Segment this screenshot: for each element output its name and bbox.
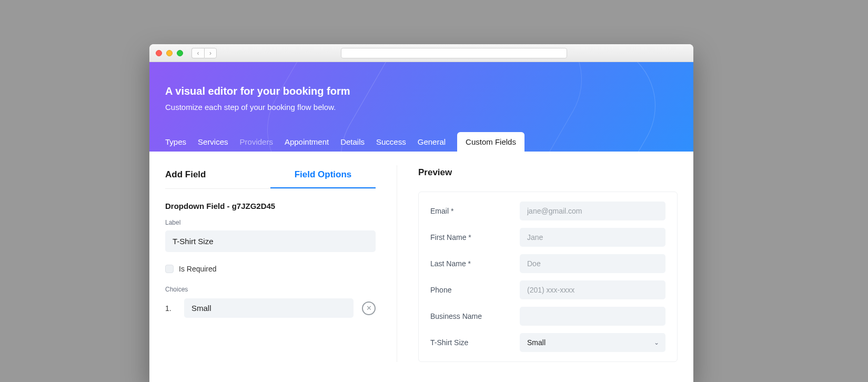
zoom-window-button[interactable]: [177, 50, 183, 56]
nav-buttons: ‹ ›: [191, 48, 217, 58]
preview-label: T-Shirt Size: [430, 338, 509, 347]
preview-label: Business Name: [430, 312, 509, 320]
tab-appointment[interactable]: Appointment: [285, 132, 329, 152]
forward-button[interactable]: ›: [204, 48, 217, 58]
preview-label: Email *: [430, 207, 509, 215]
preview-row-email: Email *: [430, 202, 665, 220]
first-name-input[interactable]: [520, 228, 665, 247]
close-window-button[interactable]: [156, 50, 162, 56]
choice-row: 1. ✕: [165, 298, 376, 318]
hero-title: A visual editor for your booking form: [165, 85, 678, 97]
step-tabs: Types Services Providers Appointment Det…: [165, 132, 524, 152]
label-label: Label: [165, 219, 376, 226]
preview-row-last-name: Last Name *: [430, 254, 665, 273]
url-bar[interactable]: [341, 48, 567, 58]
choices-list: 1. ✕: [165, 298, 376, 318]
required-label: Is Required: [179, 265, 217, 273]
preview-row-first-name: First Name *: [430, 228, 665, 247]
tab-success[interactable]: Success: [376, 132, 406, 152]
preview-panel: Email * First Name * Last Name * Phone B…: [418, 192, 678, 362]
choice-input[interactable]: [184, 298, 354, 318]
phone-input[interactable]: [520, 280, 665, 299]
tab-services[interactable]: Services: [198, 132, 228, 152]
preview-title: Preview: [418, 167, 678, 178]
preview-row-phone: Phone: [430, 280, 665, 299]
vertical-divider: [397, 165, 397, 362]
business-name-input[interactable]: [520, 307, 665, 326]
back-button[interactable]: ‹: [191, 48, 204, 58]
required-row: Is Required: [165, 265, 376, 273]
preview-row-business-name: Business Name: [430, 307, 665, 326]
hero-subtitle: Customize each step of your booking flow…: [165, 103, 678, 112]
window-controls: [156, 50, 183, 56]
tab-general[interactable]: General: [418, 132, 446, 152]
close-icon: ✕: [366, 304, 372, 312]
email-input[interactable]: [520, 202, 665, 220]
right-panel: Preview Email * First Name * Last Name *…: [418, 167, 678, 362]
tshirt-select-wrap: Small ⌄: [520, 333, 665, 352]
tab-details[interactable]: Details: [340, 132, 365, 152]
preview-label: First Name *: [430, 233, 509, 242]
last-name-input[interactable]: [520, 254, 665, 273]
minimize-window-button[interactable]: [166, 50, 173, 56]
titlebar: ‹ ›: [149, 44, 693, 62]
tab-types[interactable]: Types: [165, 132, 186, 152]
preview-label: Last Name *: [430, 259, 509, 268]
remove-choice-button[interactable]: ✕: [362, 301, 376, 315]
choices-label: Choices: [165, 286, 376, 293]
subtab-add-field[interactable]: Add Field: [165, 167, 270, 188]
left-subtabs: Add Field Field Options: [165, 167, 376, 189]
tab-providers[interactable]: Providers: [240, 132, 273, 152]
editor-body: Add Field Field Options Dropdown Field -…: [149, 152, 693, 378]
preview-row-tshirt: T-Shirt Size Small ⌄: [430, 333, 665, 352]
label-input[interactable]: [165, 230, 376, 252]
chevron-left-icon: ‹: [197, 49, 199, 57]
left-panel: Add Field Field Options Dropdown Field -…: [165, 167, 376, 362]
choice-number: 1.: [165, 304, 176, 313]
chevron-right-icon: ›: [209, 49, 211, 57]
required-checkbox[interactable]: [165, 265, 174, 273]
subtab-field-options[interactable]: Field Options: [270, 167, 376, 188]
hero: A visual editor for your booking form Cu…: [149, 62, 693, 152]
preview-label: Phone: [430, 286, 509, 294]
tshirt-select[interactable]: Small: [520, 333, 665, 352]
app-window: ‹ › A visual editor for your booking for…: [149, 44, 693, 382]
tab-custom-fields[interactable]: Custom Fields: [457, 132, 524, 152]
field-heading: Dropdown Field - g7JZG2D45: [165, 202, 376, 210]
